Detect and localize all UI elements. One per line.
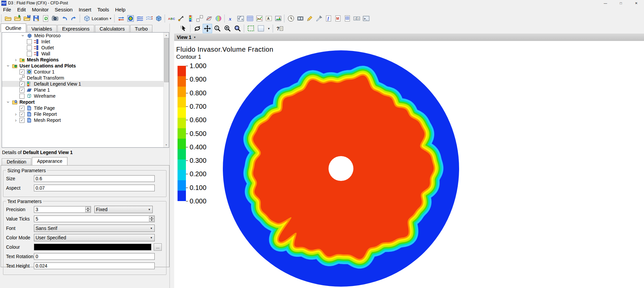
menu-session[interactable]: Session	[52, 6, 76, 13]
aspect-input[interactable]: 0.07	[34, 185, 155, 191]
tree-item-wireframe[interactable]: Wireframe	[2, 93, 169, 99]
visibility-checkbox[interactable]: ✓	[19, 88, 24, 93]
tree-item-meio-poroso[interactable]: ›Meio Poroso	[2, 33, 169, 39]
menu-insert[interactable]: Insert	[76, 6, 94, 13]
menu-help[interactable]: Help	[112, 6, 129, 13]
visibility-checkbox[interactable]: ✓	[19, 112, 24, 117]
timestep-selector-icon[interactable]	[287, 14, 295, 23]
tab-turbo[interactable]: Turbo	[130, 25, 153, 32]
calculator-icon[interactable]: α	[236, 14, 245, 23]
view-orientation-dropdown-icon[interactable]: ▼	[267, 27, 270, 30]
zoom-box-tool-icon[interactable]	[213, 24, 222, 33]
collapse-icon[interactable]: ›	[20, 32, 26, 39]
close-button[interactable]: ✕	[629, 0, 644, 6]
save-state-icon[interactable]	[22, 14, 31, 23]
expand-icon[interactable]: ›	[12, 111, 19, 117]
maximize-button[interactable]: □	[613, 0, 629, 6]
tree-item-outlet[interactable]: Outlet	[2, 45, 169, 51]
collapse-icon[interactable]: ›	[6, 62, 11, 69]
menu-file[interactable]: File	[0, 6, 14, 13]
fit-view-tool-icon[interactable]	[233, 24, 242, 33]
viewport-3d[interactable]: Fluido Invasor.Volume Fraction Contour 1…	[174, 41, 644, 288]
select-region-icon[interactable]	[246, 24, 256, 33]
tab-calculators[interactable]: Calculators	[95, 25, 130, 32]
view-dropdown-icon[interactable]: ▼	[193, 36, 196, 39]
load-state-icon[interactable]	[13, 14, 22, 23]
tree-scrollbar-thumb[interactable]	[164, 38, 169, 82]
precision-mode-select[interactable]: Fixed▼	[94, 206, 153, 213]
color-mode-select[interactable]: User Specified▼	[34, 234, 155, 241]
vector-icon[interactable]	[117, 14, 126, 23]
contour-icon[interactable]	[126, 14, 135, 23]
tree-item-report[interactable]: ›Report	[2, 99, 169, 105]
colour-swatch[interactable]	[34, 244, 151, 250]
tree-item-default-transform[interactable]: Default Transform	[2, 75, 169, 81]
location-selector[interactable]: Location▼	[82, 14, 113, 23]
tree-item-plane-1[interactable]: ✓Plane 1	[2, 87, 169, 93]
comment-icon[interactable]: A	[264, 14, 273, 23]
visibility-checkbox[interactable]	[27, 51, 32, 56]
chart-icon[interactable]	[255, 14, 264, 23]
figure-icon[interactable]	[274, 14, 283, 23]
animation-icon[interactable]	[296, 14, 305, 23]
reload-icon[interactable]	[41, 14, 50, 23]
mesh-calculator-icon[interactable]	[343, 14, 352, 23]
colour-map-icon[interactable]	[214, 14, 223, 23]
tree-item-contour-1[interactable]: ✓Contour 1	[2, 69, 169, 75]
legend-icon[interactable]	[186, 14, 195, 23]
expand-icon[interactable]: ›	[12, 117, 19, 123]
function-calculator-icon[interactable]: f	[324, 14, 333, 23]
tree-item-mesh-regions[interactable]: ›Mesh Regions	[2, 57, 169, 63]
font-select[interactable]: Sans Serif▼	[34, 225, 155, 232]
menu-monitor[interactable]: Monitor	[29, 6, 52, 13]
visibility-checkbox[interactable]	[27, 45, 32, 50]
visibility-checkbox[interactable]: ✓	[19, 82, 24, 87]
particle-track-icon[interactable]	[145, 14, 154, 23]
tree-item-mesh-report[interactable]: ›✓Mesh Report	[2, 117, 169, 123]
text-height-input[interactable]: 0.024	[34, 262, 155, 269]
macro-calculator-icon[interactable]: M	[334, 14, 342, 23]
table-icon[interactable]	[246, 14, 254, 23]
select-tool-icon[interactable]	[179, 24, 189, 33]
spinner-buttons[interactable]	[149, 216, 154, 222]
quick-editor-icon[interactable]	[305, 14, 314, 23]
view-orientation-icon[interactable]	[256, 24, 266, 33]
precision-input[interactable]: 3	[34, 206, 91, 213]
tree-scrollbar[interactable]: ▲ ▼	[163, 33, 169, 147]
colour-picker-button[interactable]: ...	[154, 243, 162, 251]
undo-icon[interactable]	[60, 14, 69, 23]
tab-expressions[interactable]: Expressions	[57, 25, 94, 32]
visibility-checkbox[interactable]: ✓	[19, 69, 24, 75]
text-icon[interactable]: ABC	[167, 14, 176, 23]
tree-item-wall[interactable]: Wall	[2, 51, 169, 57]
tree-item-default-legend-view-1[interactable]: ✓321Default Legend View 1	[2, 81, 169, 87]
tab-outline[interactable]: Outline	[1, 23, 26, 32]
probe-icon[interactable]	[315, 14, 324, 23]
menu-edit[interactable]: Edit	[14, 6, 29, 13]
view-selector-bar[interactable]: View 1 ▼	[174, 34, 644, 41]
tree-item-file-report[interactable]: ›✓File Report	[2, 111, 169, 117]
pan-tool-icon[interactable]	[203, 24, 212, 33]
spinner-buttons[interactable]	[85, 207, 90, 212]
snapshot-icon[interactable]	[51, 14, 59, 23]
save-project-icon[interactable]	[32, 14, 41, 23]
minimize-button[interactable]: —	[598, 0, 613, 6]
tree-item-title-page[interactable]: ✓Title Page	[2, 105, 169, 111]
clip-plane-icon[interactable]	[205, 14, 213, 23]
tab-variables[interactable]: Variables	[27, 25, 57, 32]
scroll-up-icon[interactable]: ▲	[164, 33, 169, 38]
size-input[interactable]: 0.6	[34, 175, 155, 182]
isosurface-icon[interactable]	[154, 14, 163, 23]
tree-item-inlet[interactable]: Inlet	[2, 39, 169, 45]
scroll-down-icon[interactable]: ▼	[164, 142, 169, 147]
command-editor-icon[interactable]: >_	[362, 14, 370, 23]
details-tab-definition[interactable]: Definition	[2, 158, 31, 165]
visibility-checkbox[interactable]: ✓	[19, 106, 24, 111]
details-tab-appearance[interactable]: Appearance	[32, 157, 67, 165]
point-icon[interactable]	[177, 14, 185, 23]
visibility-checkbox[interactable]	[19, 94, 24, 99]
load-results-icon[interactable]	[4, 14, 12, 23]
menu-tools[interactable]: Tools	[94, 6, 112, 13]
zoom-in-tool-icon[interactable]	[223, 24, 232, 33]
collapse-icon[interactable]: ›	[6, 98, 11, 106]
